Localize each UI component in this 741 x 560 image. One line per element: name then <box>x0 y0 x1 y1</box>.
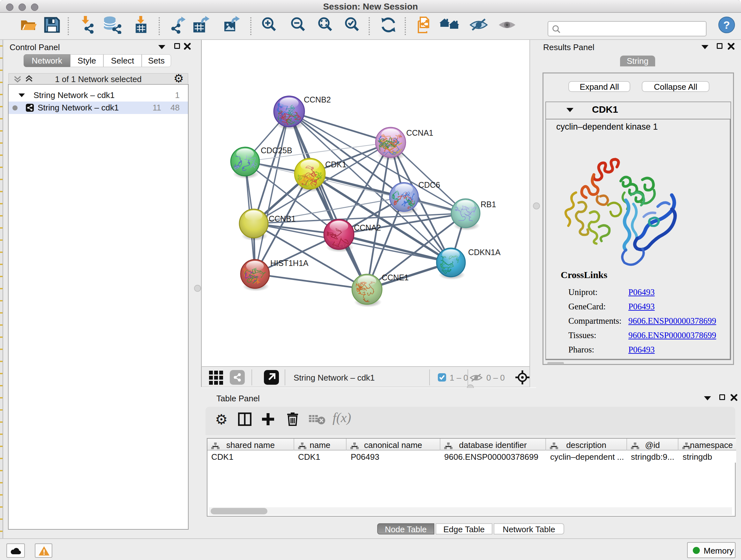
svg-text:CDK1: CDK1 <box>325 160 347 169</box>
svg-text:CCNB2: CCNB2 <box>304 95 331 104</box>
svg-text:CCNA1: CCNA1 <box>406 128 433 137</box>
svg-text:?: ? <box>724 19 730 31</box>
svg-text:CDKN1A: CDKN1A <box>468 248 501 257</box>
svg-text:HIST1H1A: HIST1H1A <box>270 259 309 267</box>
svg-text:CCNA2: CCNA2 <box>354 223 381 232</box>
svg-text:CDC25B: CDC25B <box>261 146 292 155</box>
svg-text:RB1: RB1 <box>481 200 496 209</box>
svg-text:CCNB1: CCNB1 <box>269 214 296 223</box>
svg-text:CDC6: CDC6 <box>418 180 440 189</box>
svg-text:CCNE1: CCNE1 <box>382 273 409 282</box>
